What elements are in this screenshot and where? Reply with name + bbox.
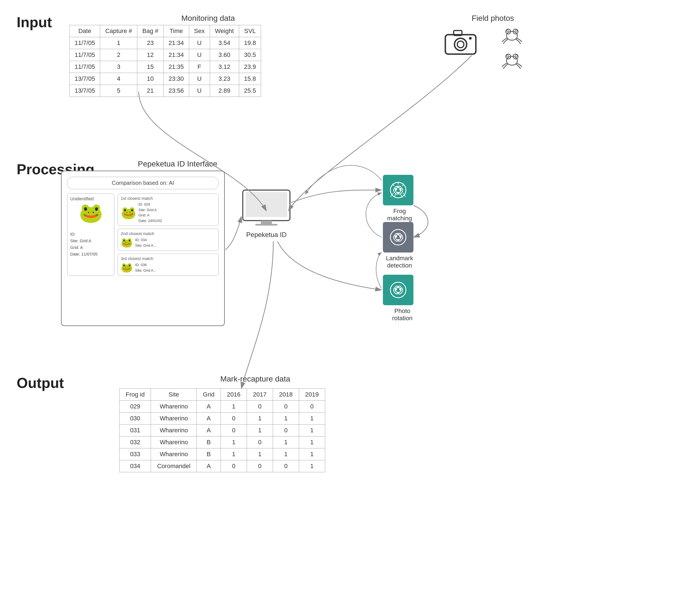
comparison-bar: Comparison based on: AI	[67, 177, 219, 189]
output-section-label: Output	[17, 375, 64, 391]
table-cell: 30.5	[239, 49, 261, 61]
svg-rect-23	[397, 187, 399, 188]
monitor-container: Pepeketua ID	[241, 189, 291, 239]
match-2-title: 2nd closest match	[121, 231, 156, 236]
monitoring-table-row: 13/7/0552123:56U2.8925.5	[70, 85, 261, 97]
id-interface-box: Comparison based on: AI Unidentified 🐸 I…	[61, 171, 225, 326]
match-1-title: 1st closest match	[121, 196, 162, 201]
table-cell: 3.23	[210, 73, 239, 85]
recapture-table-row: 033WharerinoB1111	[119, 448, 325, 460]
table-cell: Wharerino	[151, 424, 197, 437]
match-panel-1: 1st closest match 🐸 ID: 029Site: Grid AG…	[118, 193, 219, 226]
table-cell: 1	[273, 448, 299, 460]
unidentified-panel: Unidentified 🐸 ID:Site: Grid AGrid: ADat…	[67, 193, 114, 276]
svg-rect-24	[397, 192, 399, 193]
table-cell: 0	[299, 401, 325, 413]
table-cell: 21:34	[163, 37, 189, 49]
table-cell: 1	[247, 424, 273, 437]
table-cell: 1	[247, 413, 273, 424]
table-cell: 032	[119, 437, 151, 448]
table-cell: 3.12	[210, 61, 239, 73]
table-cell: 1	[299, 437, 325, 448]
table-cell: 13/7/05	[70, 85, 100, 97]
frog-matching-label: Frogmatching	[377, 207, 422, 222]
table-cell: 1	[247, 448, 273, 460]
recapture-table-row: 032WharerinoB1011	[119, 437, 325, 448]
table-cell: 0	[221, 413, 247, 424]
svg-rect-34	[400, 236, 401, 238]
svg-rect-25	[395, 189, 396, 191]
table-cell: 10	[137, 73, 164, 85]
svg-rect-33	[395, 236, 396, 238]
input-section-label: Input	[17, 14, 52, 30]
table-cell: 0	[247, 460, 273, 472]
match-2-frog-icon: 🐸	[121, 237, 133, 248]
svg-point-1	[455, 38, 467, 50]
id-interface-inner: Unidentified 🐸 ID:Site: Grid AGrid: ADat…	[67, 193, 219, 276]
match-3-frog-icon: 🐸	[121, 262, 133, 273]
field-frog-1	[500, 22, 525, 50]
table-cell: 0	[247, 401, 273, 413]
table-cell: 13/7/05	[70, 73, 100, 85]
table-cell: 11/7/05	[70, 49, 100, 61]
table-cell: 034	[119, 460, 151, 472]
frog-details: ID:Site: Grid AGrid: ADate: 11/07/05	[70, 231, 111, 258]
table-cell: 12	[137, 49, 164, 61]
photo-rotation-box	[383, 275, 414, 305]
svg-rect-17	[261, 221, 272, 224]
table-cell: Wharerino	[151, 401, 197, 413]
table-cell: 21:34	[163, 49, 189, 61]
table-cell: 029	[119, 401, 151, 413]
table-cell: 11/7/05	[70, 61, 100, 73]
table-cell: B	[197, 448, 221, 460]
camera-icon	[444, 28, 477, 56]
unidentified-title: Unidentified	[70, 196, 111, 201]
table-cell: 21	[137, 85, 164, 97]
table-cell: 1	[299, 413, 325, 424]
table-cell: 23:56	[163, 85, 189, 97]
svg-point-19	[391, 182, 406, 198]
table-cell: Wharerino	[151, 437, 197, 448]
table-cell: 1	[221, 401, 247, 413]
table-cell: 1	[273, 437, 299, 448]
svg-point-9	[515, 30, 517, 32]
recapture-table-row: 029WharerinoA1000	[119, 401, 325, 413]
table-cell: 033	[119, 448, 151, 460]
svg-rect-32	[397, 239, 399, 241]
svg-point-13	[506, 55, 508, 57]
table-cell: 23.9	[239, 61, 261, 73]
unidentified-frog-icon: 🐸	[70, 203, 111, 222]
table-cell: F	[189, 61, 210, 73]
table-cell: 0	[273, 424, 299, 437]
table-cell: 23:30	[163, 73, 189, 85]
monitoring-table-row: 11/7/0512321:34U3.5419.8	[70, 37, 261, 49]
frog-matching-box	[383, 175, 414, 205]
match-1-details: ID: 029Site: Grid AGrid: ADate: 24/01/02	[138, 202, 162, 223]
svg-rect-31	[397, 234, 399, 235]
landmark-detection-label: Landmarkdetection	[377, 255, 422, 269]
svg-rect-16	[246, 192, 287, 217]
table-cell: A	[197, 424, 221, 437]
table-cell: 15	[137, 61, 164, 73]
svg-point-4	[469, 37, 472, 40]
table-cell: 23	[137, 37, 164, 49]
field-photos-title: Field photos	[472, 14, 514, 23]
match-3-title: 3rd closest match	[121, 256, 156, 261]
table-cell: 15.8	[239, 73, 261, 85]
table-cell: U	[189, 73, 210, 85]
recapture-table-row: 030WharerinoA0111	[119, 413, 325, 424]
svg-point-2	[457, 41, 464, 48]
recapture-table-row: 034CoromandelA0001	[119, 460, 325, 472]
table-cell: 19.8	[239, 37, 261, 49]
monitor-label: Pepeketua ID	[241, 231, 291, 239]
table-cell: 11/7/05	[70, 37, 100, 49]
table-cell: 1	[299, 460, 325, 472]
table-cell: 0	[247, 437, 273, 448]
landmark-detection-box	[383, 222, 414, 252]
table-cell: 1	[273, 413, 299, 424]
table-cell: Wharerino	[151, 448, 197, 460]
table-cell: 0	[221, 424, 247, 437]
table-cell: 3.60	[210, 49, 239, 61]
table-cell: 4	[100, 73, 137, 85]
svg-rect-26	[400, 189, 401, 191]
